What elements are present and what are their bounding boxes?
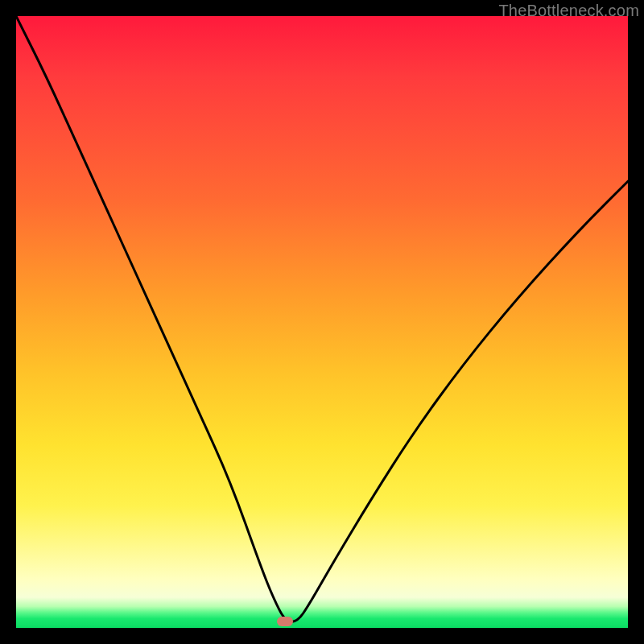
bottleneck-curve xyxy=(16,16,628,628)
plot-area xyxy=(16,16,628,628)
curve-path xyxy=(16,16,628,621)
chart-frame: TheBottleneck.com xyxy=(0,0,644,644)
optimum-marker xyxy=(277,617,293,626)
